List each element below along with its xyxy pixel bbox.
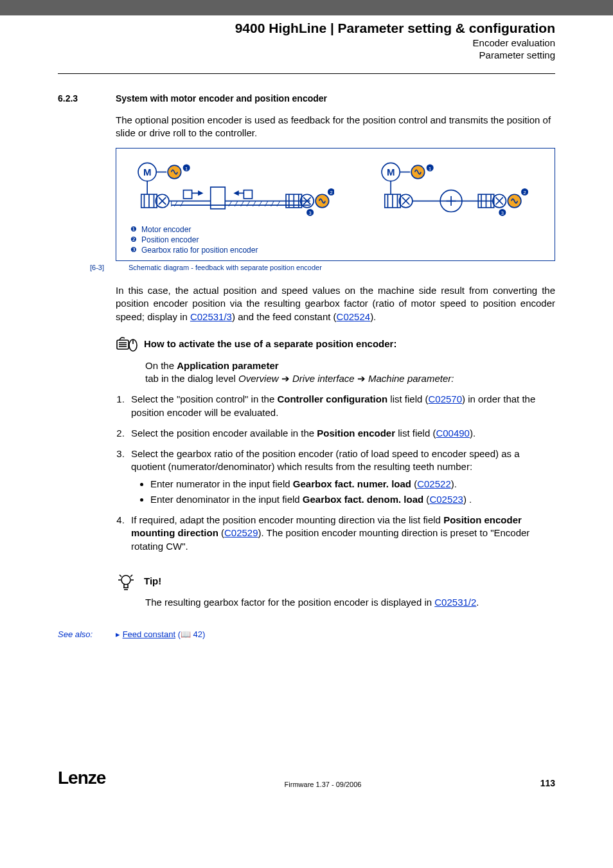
legend-3: Gearbox ratio for position encoder [141,245,258,255]
steps-list: Select the "position control" in the Con… [127,393,555,553]
figure-caption-text: Schematic diagram - feedback with separa… [129,264,322,271]
page-header: 9400 HighLine | Parameter setting & conf… [0,15,613,68]
link-c02524[interactable]: C02524 [337,311,371,322]
see-also: See also: ▸ Feed constant (📖 42) [58,629,555,639]
svg-text:2: 2 [524,190,526,195]
header-title: 9400 HighLine | Parameter setting & conf… [0,21,555,36]
diagram-right-icon: M 1 2 3 [373,155,542,219]
lightbulb-icon [116,571,136,592]
step-3: Select the gearbox ratio of the position… [127,448,555,506]
diagram-left-icon: M 1 [129,155,334,219]
link-c02570[interactable]: C02570 [428,393,462,404]
see-also-label: See also: [58,629,116,639]
link-c02523[interactable]: C02523 [429,494,463,505]
link-c02522[interactable]: C02522 [417,478,451,489]
svg-line-80 [130,575,132,577]
figure-block: M 1 [116,148,555,262]
step-3-bullets: Enter numerator in the input field Gearb… [150,478,555,507]
howto-location: On the Application parameter tab in the … [145,359,555,386]
howto-block: How to activate the use of a separate po… [116,335,555,608]
header-sub2: Parameter setting [0,50,555,60]
page-footer: Lenze Firmware 1.37 - 09/2006 113 [0,768,613,814]
top-bar [0,0,613,15]
link-c02531-2[interactable]: C02531/2 [434,597,476,608]
figure-box: M 1 [116,148,555,262]
footer-firmware: Firmware 1.37 - 09/2006 [105,781,540,788]
section-title: System with motor encoder and position e… [116,93,327,104]
paragraph-2: In this case, the actual position and sp… [116,284,555,323]
figure-svgs: M 1 [129,155,542,219]
content-area: 6.2.3 System with motor encoder and posi… [0,74,613,652]
svg-text:3: 3 [501,210,504,216]
intro-paragraph: The optional position encoder is used as… [116,114,555,140]
step-2: Select the position encoder available in… [127,427,555,440]
svg-rect-28 [244,190,252,198]
legend-1: Motor encoder [141,224,191,235]
tip-label: Tip! [144,575,161,586]
header-sub1: Encoder evaluation [0,37,555,48]
logo: Lenze [58,768,105,788]
link-c00490[interactable]: C00490 [436,428,470,439]
section-heading: 6.2.3 System with motor encoder and posi… [58,93,555,104]
svg-text:3: 3 [309,210,312,216]
tip-body: The resulting gearbox factor for the pos… [145,597,555,608]
mouse-icon [116,335,138,353]
legend-2: Position encoder [141,235,199,245]
tip-heading: Tip! [116,571,555,592]
howto-title: How to activate the use of a separate po… [144,338,396,349]
figure-number: [6-3] [90,264,116,271]
step-4: If required, adapt the position encoder … [127,514,555,553]
step-3-bullet-1: Enter numerator in the input field Gearb… [150,478,555,491]
section-number: 6.2.3 [58,93,116,104]
svg-text:1: 1 [185,165,188,171]
svg-line-79 [120,575,121,577]
step-3-bullet-2: Enter denominator in the input field Gea… [150,493,555,506]
svg-point-72 [121,575,130,584]
figure-caption: [6-3] Schematic diagram - feedback with … [90,264,555,271]
svg-rect-13 [183,190,191,198]
svg-text:M: M [387,167,395,177]
svg-text:1: 1 [429,165,431,171]
svg-text:M: M [143,167,152,177]
svg-text:2: 2 [330,190,332,195]
figure-legend: ❶Motor encoder ❷Position encoder ❸Gearbo… [129,224,542,256]
page-number: 113 [540,778,555,788]
see-also-link[interactable]: ▸ Feed constant (📖 42) [116,629,205,639]
step-1: Select the "position control" in the Con… [127,393,555,419]
link-c02529[interactable]: C02529 [224,527,258,538]
link-c02531-3[interactable]: C02531/3 [190,311,232,322]
